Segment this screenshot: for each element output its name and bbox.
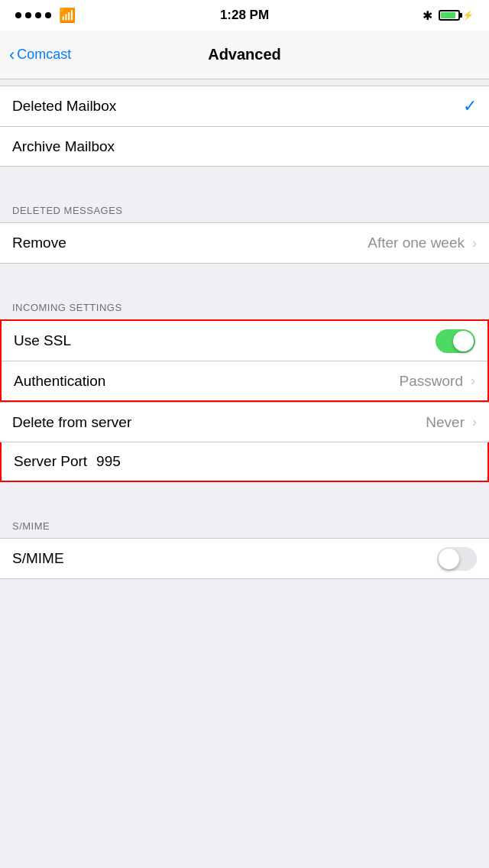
battery-icon <box>439 10 460 21</box>
authentication-value: Password › <box>400 373 475 390</box>
remove-value: After one week › <box>368 235 477 251</box>
remove-item[interactable]: Remove After one week › <box>0 223 489 263</box>
authentication-value-text: Password <box>400 373 463 390</box>
signal-dot-3 <box>35 12 41 18</box>
wifi-icon: 📶 <box>59 7 76 24</box>
authentication-item[interactable]: Authentication Password › <box>2 361 487 400</box>
smime-header: S/MIME <box>0 505 489 538</box>
delete-from-server-item[interactable]: Delete from server Never › <box>0 402 489 442</box>
checkmark-icon: ✓ <box>463 96 477 116</box>
delete-from-server-chevron-icon: › <box>472 414 477 430</box>
server-port-label: Server Port <box>14 453 87 470</box>
delete-from-server-label: Delete from server <box>12 414 131 431</box>
spacer-4 <box>0 482 489 505</box>
battery-container: ⚡ <box>439 10 474 21</box>
mailbox-group: Deleted Mailbox ✓ Archive Mailbox <box>0 86 489 167</box>
smime-toggle[interactable] <box>437 547 477 571</box>
authentication-label: Authentication <box>14 373 105 390</box>
authentication-chevron-icon: › <box>471 373 475 389</box>
spacer-3 <box>0 264 489 287</box>
use-ssl-item[interactable]: Use SSL <box>2 321 487 361</box>
deleted-messages-header: DELETED MESSAGES <box>0 189 489 222</box>
back-button[interactable]: ‹ Comcast <box>9 45 71 65</box>
signal-dot-4 <box>45 12 51 18</box>
signal-dot-2 <box>25 12 31 18</box>
ssl-toggle[interactable] <box>436 329 475 353</box>
archive-mailbox-item[interactable]: Archive Mailbox <box>0 126 489 166</box>
spacer-2 <box>0 167 489 189</box>
deleted-mailbox-label: Deleted Mailbox <box>12 98 116 115</box>
status-bar: 📶 1:28 PM ✱ ⚡ <box>0 0 489 31</box>
ssl-toggle-thumb <box>453 331 474 351</box>
server-port-value: 995 <box>96 453 121 470</box>
signal-area: 📶 <box>15 7 76 24</box>
smime-toggle-thumb <box>439 549 459 569</box>
ssl-auth-group: Use SSL Authentication Password › <box>0 319 489 402</box>
server-port-item[interactable]: Server Port 995 <box>0 442 489 482</box>
deleted-messages-group: Remove After one week › <box>0 222 489 264</box>
status-right: ✱ ⚡ <box>423 8 474 23</box>
nav-bar: ‹ Comcast Advanced <box>0 31 489 79</box>
delete-from-server-value-text: Never <box>426 414 465 431</box>
battery-fill <box>441 12 455 18</box>
incoming-settings-header: INCOMING SETTINGS <box>0 287 489 319</box>
signal-dot-1 <box>15 12 21 18</box>
bluetooth-icon: ✱ <box>423 8 432 23</box>
charge-icon: ⚡ <box>462 10 474 21</box>
remove-chevron-icon: › <box>472 235 477 251</box>
smime-item[interactable]: S/MIME <box>0 539 489 578</box>
delete-server-group: Delete from server Never › <box>0 402 489 442</box>
smime-label: S/MIME <box>12 550 64 567</box>
back-label: Comcast <box>17 47 71 63</box>
deleted-mailbox-item[interactable]: Deleted Mailbox ✓ <box>0 86 489 126</box>
back-chevron-icon: ‹ <box>9 45 15 65</box>
archive-mailbox-label: Archive Mailbox <box>12 138 115 155</box>
spacer-1 <box>0 79 489 86</box>
delete-from-server-value: Never › <box>426 414 477 431</box>
remove-label: Remove <box>12 235 66 251</box>
remove-value-text: After one week <box>368 235 465 251</box>
page-title: Advanced <box>208 46 281 63</box>
use-ssl-label: Use SSL <box>14 332 71 349</box>
smime-group: S/MIME <box>0 538 489 579</box>
status-time: 1:28 PM <box>220 8 269 23</box>
